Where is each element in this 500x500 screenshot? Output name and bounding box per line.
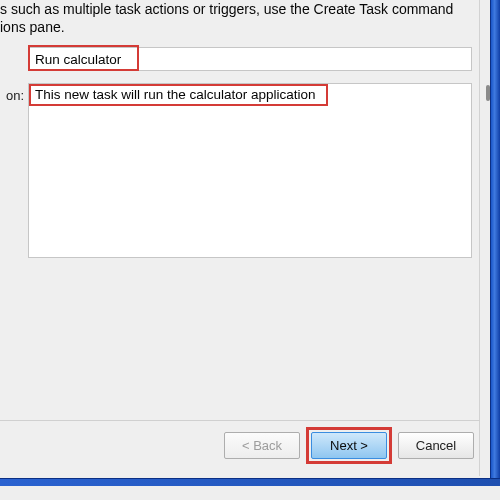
task-description-textarea[interactable] <box>28 83 472 258</box>
description-label-fragment: on: <box>0 88 24 103</box>
window-right-border <box>490 0 500 478</box>
wizard-panel: s such as multiple task actions or trigg… <box>0 0 480 476</box>
wizard-instruction-text: s such as multiple task actions or trigg… <box>0 0 472 36</box>
next-button[interactable]: Next > <box>311 432 387 459</box>
window-stage: s such as multiple task actions or trigg… <box>0 0 500 500</box>
button-row-divider <box>0 420 480 421</box>
back-button: < Back <box>224 432 300 459</box>
cancel-button[interactable]: Cancel <box>398 432 474 459</box>
wizard-button-row: < Back Next > Cancel <box>0 432 480 472</box>
window-bottom-border <box>0 478 500 486</box>
task-name-input[interactable] <box>28 47 472 71</box>
